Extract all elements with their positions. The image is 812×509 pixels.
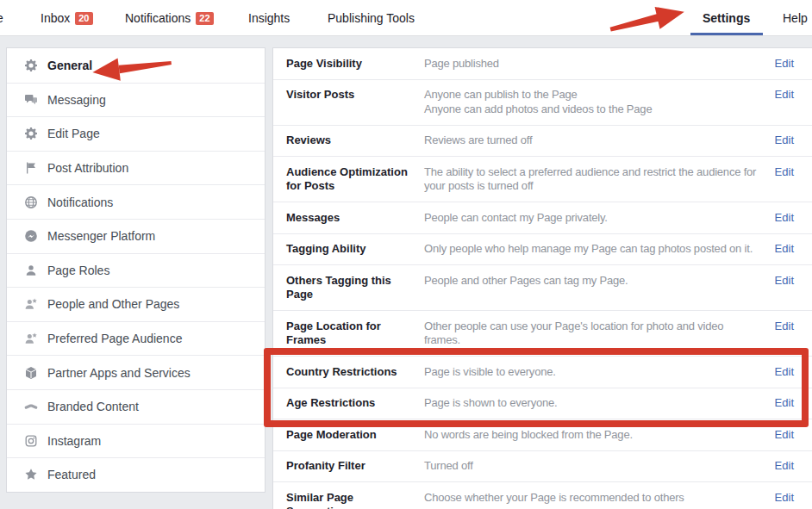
sidebar-item-messaging[interactable]: Messaging bbox=[7, 83, 265, 117]
settings-row-page-location-for-frames: Page Location for Frames Other people ca… bbox=[273, 311, 812, 357]
sidebar-item-instagram[interactable]: Instagram bbox=[7, 424, 265, 458]
setting-value: The ability to select a preferred audien… bbox=[424, 165, 762, 194]
edit-link[interactable]: Edit bbox=[775, 396, 794, 411]
setting-value: Choose whether your Page is recommended … bbox=[424, 491, 762, 506]
edit-link[interactable]: Edit bbox=[775, 57, 794, 71]
nav-tab-label: Notifications bbox=[125, 11, 191, 25]
unread-count-badge: 20 bbox=[75, 12, 92, 25]
edit-link[interactable]: Edit bbox=[775, 133, 794, 148]
sidebar-item-post-attribution[interactable]: Post Attribution bbox=[7, 151, 265, 185]
nav-tab-label: Inbox bbox=[41, 11, 70, 25]
setting-name: Audience Optimization for Posts bbox=[286, 165, 424, 194]
setting-value: Anyone can publish to the PageAnyone can… bbox=[424, 88, 762, 116]
sidebar-item-label: Notifications bbox=[47, 196, 113, 209]
sidebar-item-label: Branded Content bbox=[47, 400, 139, 413]
setting-name: Visitor Posts bbox=[286, 88, 424, 102]
edit-link[interactable]: Edit bbox=[775, 211, 794, 226]
handshake-icon bbox=[24, 400, 38, 413]
sidebar-item-partner-apps-and-services[interactable]: Partner Apps and Services bbox=[7, 355, 265, 389]
setting-value: People and other Pages can tag my Page. bbox=[424, 274, 762, 289]
nav-tab-settings[interactable]: Settings bbox=[703, 0, 750, 36]
settings-row-audience-optimization-for-posts: Audience Optimization for Posts The abil… bbox=[273, 157, 812, 202]
sidebar-item-people-and-other-pages[interactable]: People and Other Pages bbox=[7, 287, 265, 321]
messenger-icon bbox=[24, 229, 38, 243]
edit-link[interactable]: Edit bbox=[775, 459, 794, 474]
chat-icon bbox=[24, 93, 38, 107]
settings-row-page-moderation: Page Moderation No words are being block… bbox=[273, 419, 812, 451]
setting-value: Turned off bbox=[424, 459, 762, 474]
settings-row-page-visibility: Page Visibility Page published Edit bbox=[273, 48, 812, 80]
sidebar-item-label: Page Roles bbox=[47, 264, 109, 277]
sidebar-item-messenger-platform[interactable]: Messenger Platform bbox=[7, 219, 265, 253]
setting-value: Page is visible to everyone. bbox=[424, 365, 762, 380]
settings-row-similar-page-suggestions: Similar Page Suggestions Choose whether … bbox=[273, 482, 812, 509]
setting-name: Page Visibility bbox=[286, 57, 424, 71]
settings-row-tagging-ability: Tagging Ability Only people who help man… bbox=[273, 234, 812, 266]
nav-tab-inbox[interactable]: Inbox 20 bbox=[41, 0, 93, 36]
edit-link[interactable]: Edit bbox=[775, 88, 794, 102]
settings-row-reviews: Reviews Reviews are turned off Edit bbox=[273, 126, 812, 158]
sidebar-item-label: Partner Apps and Services bbox=[47, 366, 191, 380]
person-star-icon bbox=[24, 297, 38, 311]
top-nav: e Inbox 20 Notifications 22 Insights Pub… bbox=[0, 0, 812, 36]
setting-name: Page Moderation bbox=[286, 428, 424, 443]
setting-value: Page published bbox=[424, 57, 762, 71]
edit-link[interactable]: Edit bbox=[775, 428, 794, 443]
edit-link[interactable]: Edit bbox=[775, 491, 794, 506]
active-tab-underline-icon bbox=[690, 33, 763, 35]
edit-link[interactable]: Edit bbox=[775, 242, 794, 257]
setting-name: Others Tagging this Page bbox=[286, 274, 424, 302]
clipped-tab-label: e bbox=[0, 0, 3, 36]
globe-icon bbox=[24, 196, 38, 209]
settings-row-age-restrictions: Age Restrictions Page is shown to everyo… bbox=[273, 388, 812, 420]
sidebar-item-label: Edit Page bbox=[47, 127, 100, 140]
edit-link[interactable]: Edit bbox=[775, 165, 794, 180]
settings-row-profanity-filter: Profanity Filter Turned off Edit bbox=[273, 451, 812, 483]
edit-link[interactable]: Edit bbox=[775, 320, 794, 334]
sidebar-item-label: Preferred Page Audience bbox=[47, 332, 182, 345]
sidebar-item-featured[interactable]: Featured bbox=[7, 457, 265, 492]
setting-name: Messages bbox=[286, 211, 424, 226]
sidebar-item-notifications[interactable]: Notifications bbox=[7, 184, 265, 219]
sidebar-item-label: Messaging bbox=[47, 93, 106, 107]
nav-tab-notifications[interactable]: Notifications 22 bbox=[125, 0, 214, 36]
star-icon bbox=[24, 468, 38, 481]
nav-tab-label: Settings bbox=[703, 11, 750, 25]
sidebar-item-general[interactable]: General bbox=[7, 48, 265, 83]
edit-link[interactable]: Edit bbox=[775, 365, 794, 380]
nav-tab-help[interactable]: Help bbox=[783, 0, 808, 36]
flag-icon bbox=[24, 161, 38, 175]
setting-name: Age Restrictions bbox=[286, 396, 424, 411]
nav-tab-label: Publishing Tools bbox=[328, 11, 415, 25]
sidebar-item-branded-content[interactable]: Branded Content bbox=[7, 389, 265, 424]
sidebar-item-page-roles[interactable]: Page Roles bbox=[7, 253, 265, 288]
setting-name: Reviews bbox=[286, 133, 424, 148]
settings-row-messages: Messages People can contact my Page priv… bbox=[273, 202, 812, 234]
settings-row-country-restrictions: Country Restrictions Page is visible to … bbox=[273, 357, 812, 388]
nav-tab-label: Help bbox=[783, 11, 808, 25]
cube-icon bbox=[24, 366, 38, 380]
settings-row-others-tagging-this-page: Others Tagging this Page People and othe… bbox=[273, 265, 812, 311]
sidebar-item-edit-page[interactable]: Edit Page bbox=[7, 116, 265, 151]
sidebar-item-label: Instagram bbox=[47, 434, 101, 448]
nav-tab-insights[interactable]: Insights bbox=[248, 0, 290, 36]
setting-name: Country Restrictions bbox=[286, 365, 424, 380]
setting-value: Page is shown to everyone. bbox=[424, 396, 762, 411]
sidebar-item-label: Messenger Platform bbox=[47, 229, 155, 243]
gear-icon bbox=[24, 127, 38, 140]
setting-name: Similar Page Suggestions bbox=[286, 491, 424, 509]
person-star-icon bbox=[24, 332, 38, 345]
setting-name: Page Location for Frames bbox=[286, 320, 424, 348]
unread-count-badge: 22 bbox=[196, 12, 213, 25]
sidebar-item-label: General bbox=[47, 59, 92, 72]
sidebar-item-preferred-page-audience[interactable]: Preferred Page Audience bbox=[7, 321, 265, 356]
nav-tab-label: Insights bbox=[248, 11, 290, 25]
settings-sidebar: General Messaging Edit Page Post Attribu… bbox=[6, 47, 265, 493]
person-icon bbox=[24, 264, 38, 277]
edit-link[interactable]: Edit bbox=[775, 274, 794, 289]
general-settings-table: Page Visibility Page published Edit Visi… bbox=[272, 47, 812, 509]
setting-value: Reviews are turned off bbox=[424, 133, 762, 148]
setting-value: No words are being blocked from the Page… bbox=[424, 428, 762, 443]
nav-tab-publishing-tools[interactable]: Publishing Tools bbox=[328, 0, 415, 36]
sidebar-item-label: Post Attribution bbox=[47, 161, 128, 175]
